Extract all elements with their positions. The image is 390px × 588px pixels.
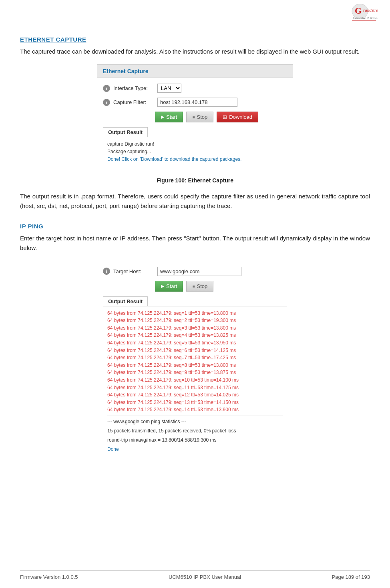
ping-line-14: 64 bytes from 74.125.224.179: seq=14 ttl… xyxy=(107,406,283,414)
ethernet-output-area: capture Dignostic run! Package capturing… xyxy=(103,137,287,167)
ethernet-capture-title: ETHERNET CAPTURE xyxy=(20,36,370,43)
ethernet-output-section: Output Result capture Dignostic run! Pac… xyxy=(103,127,287,167)
svg-text:randstream: randstream xyxy=(363,8,378,12)
ethernet-button-row: Start Stop Download xyxy=(103,112,287,122)
ping-line-6: 64 bytes from 74.125.224.179: seq=6 ttl=… xyxy=(107,347,283,354)
svg-text:G: G xyxy=(355,6,362,16)
target-host-row: i Target Host: xyxy=(103,267,287,276)
ping-output-area: 64 bytes from 74.125.224.179: seq=1 ttl=… xyxy=(103,306,287,457)
stop-button[interactable]: Stop xyxy=(186,112,213,122)
ping-line-5: 64 bytes from 74.125.224.179: seq=5 ttl=… xyxy=(107,339,283,347)
ping-output-label: Output Result xyxy=(103,296,148,306)
ping-stats-3: round-trip min/avg/max = 13.800/14.588/1… xyxy=(107,436,283,444)
logo: G randstream Innovative IP Voice & Video xyxy=(326,4,378,25)
ethernet-output-label: Output Result xyxy=(103,127,148,137)
ethernet-capture-card: Ethernet Capture i Interface Type: LAN W… xyxy=(97,64,293,173)
ping-line-2: 64 bytes from 74.125.224.179: seq=2 ttl=… xyxy=(107,317,283,324)
ping-line-13: 64 bytes from 74.125.224.179: seq=13 ttl… xyxy=(107,399,283,406)
ethernet-figure-caption: Figure 100: Ethernet Capture xyxy=(157,177,233,184)
capture-filter-info-icon: i xyxy=(103,99,110,106)
output-line-2: Package capturing... xyxy=(107,148,283,156)
ip-ping-figure: i Target Host: Start Stop Output Result … xyxy=(20,261,370,463)
ethernet-capture-body: The captured trace can be downloaded for… xyxy=(20,47,370,56)
footer-center: UCM6510 IP PBX User Manual xyxy=(169,574,241,580)
interface-type-label: Interface Type: xyxy=(113,85,157,91)
target-host-input[interactable] xyxy=(157,267,241,276)
ping-stats-done: Done xyxy=(107,446,283,453)
ping-line-3: 64 bytes from 74.125.224.179: seq=3 ttl=… xyxy=(107,324,283,332)
interface-type-info-icon: i xyxy=(103,85,110,92)
output-line-3: Done! Click on 'Download' to download th… xyxy=(107,156,283,163)
interface-type-row: i Interface Type: LAN WAN xyxy=(103,84,287,93)
ethernet-capture-figure: Ethernet Capture i Interface Type: LAN W… xyxy=(20,64,370,184)
ping-line-8: 64 bytes from 74.125.224.179: seq=8 ttl=… xyxy=(107,362,283,369)
ip-ping-title: IP PING xyxy=(20,223,370,230)
ping-line-10: 64 bytes from 74.125.224.179: seq=10 ttl… xyxy=(107,376,283,384)
ping-line-7: 64 bytes from 74.125.224.179: seq=7 ttl=… xyxy=(107,354,283,362)
ping-output-section: Output Result 64 bytes from 74.125.224.1… xyxy=(103,296,287,457)
capture-filter-input[interactable] xyxy=(157,98,237,107)
ip-ping-card: i Target Host: Start Stop Output Result … xyxy=(97,261,293,463)
interface-type-select-wrap: LAN WAN xyxy=(157,84,181,93)
ping-stats-separator xyxy=(107,416,283,416)
capture-filter-row: i Capture Filter: xyxy=(103,98,287,107)
interface-type-select[interactable]: LAN WAN xyxy=(157,84,181,93)
ping-stop-button[interactable]: Stop xyxy=(186,281,213,292)
download-button[interactable]: Download xyxy=(217,112,258,122)
footer-right: Page 189 of 193 xyxy=(332,574,370,580)
after-capture-body: The output result is in .pcap format. Th… xyxy=(20,192,370,211)
footer: Firmware Version 1.0.0.5 UCM6510 IP PBX … xyxy=(20,570,370,580)
ping-start-button[interactable]: Start xyxy=(155,281,183,292)
ethernet-card-body: i Interface Type: LAN WAN i Capture Filt… xyxy=(97,78,293,173)
ethernet-card-title: Ethernet Capture xyxy=(97,65,293,78)
ip-ping-body: Enter the target host in host name or IP… xyxy=(20,234,370,253)
ip-ping-card-body: i Target Host: Start Stop Output Result … xyxy=(97,261,293,463)
svg-text:Innovative IP Voice & Video: Innovative IP Voice & Video xyxy=(353,17,378,20)
ping-line-9: 64 bytes from 74.125.224.179: seq=9 ttl=… xyxy=(107,369,283,376)
ping-button-row: Start Stop xyxy=(103,281,287,292)
ping-stats-1: --- www.google.com ping statistics --- xyxy=(107,418,283,426)
ping-line-12: 64 bytes from 74.125.224.179: seq=12 ttl… xyxy=(107,391,283,399)
ping-line-1: 64 bytes from 74.125.224.179: seq=1 ttl=… xyxy=(107,310,283,317)
target-host-label: Target Host: xyxy=(113,268,157,274)
ping-stats-2: 15 packets transmitted, 15 packets recei… xyxy=(107,427,283,435)
start-button[interactable]: Start xyxy=(155,112,183,122)
footer-left: Firmware Version 1.0.0.5 xyxy=(20,574,78,580)
output-line-1: capture Dignostic run! xyxy=(107,140,283,148)
capture-filter-label: Capture Filter: xyxy=(113,99,157,105)
ping-line-11: 64 bytes from 74.125.224.179: seq=11 ttl… xyxy=(107,384,283,392)
target-host-info-icon: i xyxy=(103,268,110,275)
ping-line-4: 64 bytes from 74.125.224.179: seq=4 ttl=… xyxy=(107,332,283,339)
